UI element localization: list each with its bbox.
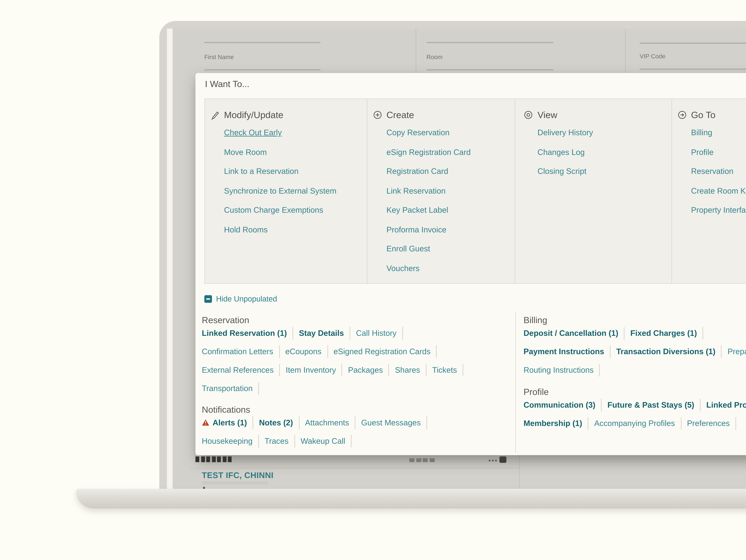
divider (702, 327, 703, 339)
menu-item[interactable]: Check Out Early (224, 128, 367, 139)
quick-link[interactable]: eSigned Registration Cards (334, 347, 430, 356)
menu-item[interactable]: Key Packet Label (386, 206, 515, 217)
menu-item[interactable]: Enroll Guest (386, 245, 515, 255)
form-divider (416, 29, 416, 74)
quick-link[interactable]: Transaction Diversions (1) (616, 347, 715, 356)
menu-item[interactable]: Link to a Reservation (224, 167, 367, 178)
guest-name-reflection (202, 481, 268, 484)
quick-link[interactable]: Communication (3) (523, 400, 595, 409)
obscured-confirmation-number (196, 456, 232, 462)
menu-column-header: View (523, 110, 671, 120)
quick-link[interactable]: Tickets (432, 365, 457, 374)
menu-item[interactable]: Synchronize to External System (224, 186, 367, 197)
quick-link-label: Call History (356, 329, 397, 337)
quick-links-row: External ReferencesItem InventoryPackage… (202, 364, 469, 375)
quick-link[interactable]: Accompanying Profiles (594, 419, 675, 428)
quick-links-row: Communication (3)Future & Past Stays (5)… (523, 399, 746, 410)
quick-link[interactable]: External References (202, 365, 274, 374)
menu-item[interactable]: Changes Log (538, 148, 671, 158)
quick-link[interactable]: Membership (1) (523, 419, 582, 428)
quick-link[interactable]: Stay Details (299, 329, 344, 337)
menu-item[interactable]: Link Reservation (386, 186, 515, 197)
menu-item[interactable]: Move Room (224, 148, 367, 158)
row-divider (191, 468, 519, 469)
quick-link-label: Preferences (687, 419, 730, 428)
quick-link-label: Tickets (432, 365, 457, 374)
quick-link[interactable]: Transportation (202, 384, 253, 393)
quick-link[interactable]: Traces (264, 437, 289, 445)
quick-link-label: Linked Reservation (1) (202, 329, 287, 337)
divider (624, 327, 625, 339)
menu-column-view: ViewDelivery HistoryChanges LogClosing S… (515, 99, 671, 283)
quick-link[interactable]: Housekeeping (202, 437, 253, 445)
quick-link[interactable]: Linked Profiles (1) (706, 400, 746, 409)
menu-column-header: Modify/Update (211, 110, 367, 120)
divider (293, 327, 293, 339)
menu-column-header: Go To (678, 110, 746, 120)
quick-link[interactable]: Item Inventory (286, 365, 336, 374)
quick-link[interactable]: Shares (395, 365, 420, 374)
menu-item[interactable]: Proforma Invoice (386, 225, 515, 236)
quick-link-label: Attachments (305, 418, 349, 427)
menu-item[interactable]: Hold Rooms (224, 225, 367, 236)
quick-link[interactable]: Wakeup Call (300, 437, 345, 445)
quick-links-section-notifications: NotificationsAlerts (1)Notes (2)Attachme… (202, 404, 433, 454)
quick-link[interactable]: Future & Past Stays (5) (607, 400, 694, 409)
menu-item[interactable]: Registration Card (386, 167, 515, 178)
quick-link[interactable]: Fixed Charges (1) (630, 329, 697, 337)
divider (350, 327, 350, 339)
quick-link-label: Item Inventory (286, 365, 336, 374)
guest-name[interactable]: TEST IFC, CHINNI (202, 471, 274, 480)
menu-item[interactable]: Delivery History (538, 128, 671, 139)
room-input[interactable] (426, 69, 553, 70)
menu-column-modify-update: Modify/UpdateCheck Out EarlyMove RoomLin… (205, 99, 367, 283)
menu-column-go-to: Go ToBillingProfileReservationCreate Roo… (671, 99, 746, 283)
quick-links-row: Routing Instructions (523, 364, 746, 375)
quick-links-row: Payment InstructionsTransaction Diversio… (523, 346, 746, 357)
quick-link[interactable]: eCoupons (285, 347, 321, 356)
menu-item[interactable]: Closing Script (538, 167, 671, 178)
quick-links-row: HousekeepingTracesWakeup Call (202, 436, 433, 446)
menu-item[interactable]: Property Interface Controls (691, 206, 746, 217)
menu-item[interactable]: Create Room Keys (691, 186, 746, 197)
section-title: Reservation (202, 315, 469, 325)
quick-link[interactable]: Deposit / Cancellation (1) (523, 329, 618, 337)
quick-link[interactable]: Call History (356, 329, 397, 337)
row-action-icon[interactable] (499, 456, 507, 463)
quick-link-label: Membership (1) (523, 419, 582, 428)
quick-links-row: Alerts (1)Notes (2)AttachmentsGuest Mess… (202, 417, 433, 428)
quick-link[interactable]: Payment Instructions (523, 347, 604, 356)
section-title: Billing (523, 315, 746, 325)
first-name-input[interactable] (204, 69, 320, 70)
menu-column-create: CreateCopy ReservationeSign Registration… (367, 99, 515, 283)
quick-link[interactable]: Alerts (1) (202, 418, 247, 427)
menu-item[interactable]: Copy Reservation (386, 128, 515, 139)
quick-link[interactable]: Packages (348, 365, 383, 374)
quick-link-label: Transaction Diversions (1) (616, 347, 715, 356)
menu-item[interactable]: Profile (691, 148, 746, 158)
quick-link[interactable]: Attachments (305, 418, 349, 427)
vip-code-input[interactable] (640, 68, 746, 69)
menu-item[interactable]: Vouchers (386, 264, 515, 275)
quick-link[interactable]: Routing Instructions (523, 365, 594, 374)
divider (436, 345, 437, 358)
quick-link[interactable]: Guest Messages (361, 418, 421, 427)
quick-link[interactable]: Prepaid Cards (727, 347, 746, 356)
quick-link[interactable]: Confirmation Letters (202, 347, 273, 356)
menu-item[interactable]: Billing (691, 128, 746, 139)
form-divider (625, 29, 626, 74)
menu-item[interactable]: Custom Charge Exemptions (224, 206, 367, 217)
divider (681, 417, 681, 429)
plus-circle-icon (373, 110, 382, 119)
menu-item[interactable]: Reservation (691, 167, 746, 178)
quick-links-section-billing: BillingDeposit / Cancellation (1)Fixed C… (523, 315, 746, 383)
quick-link-label: Shares (395, 365, 420, 374)
quick-link-label: Confirmation Letters (202, 347, 273, 356)
quick-link[interactable]: Linked Reservation (1) (202, 329, 287, 337)
divider (258, 435, 259, 447)
collapse-checkbox-icon[interactable] (204, 296, 212, 303)
hide-unpopulated-toggle[interactable]: Hide Unpopulated (204, 295, 277, 304)
quick-link[interactable]: Notes (2) (259, 418, 293, 427)
quick-link[interactable]: Preferences (687, 419, 730, 428)
menu-item[interactable]: eSign Registration Card (386, 148, 515, 158)
